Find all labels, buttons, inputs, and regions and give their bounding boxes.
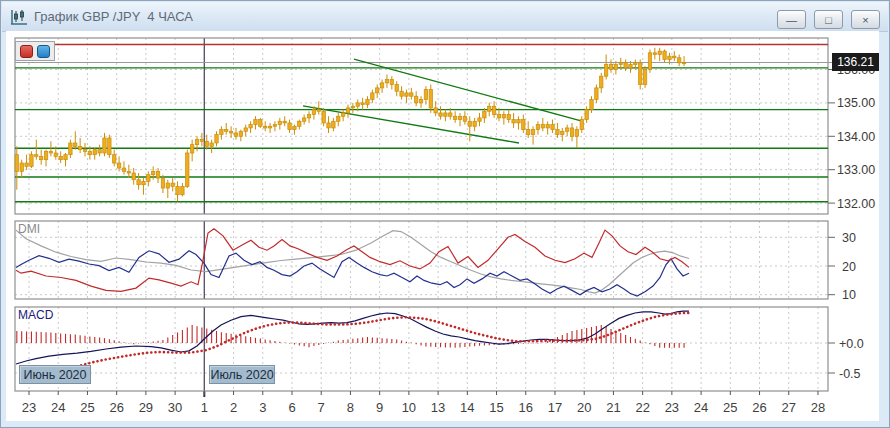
x-axis-day-label: 2 [230,400,237,415]
window-controls: — □ × [777,10,880,29]
color-buttons-toolbar [15,41,55,61]
x-axis-day-label: 21 [606,400,620,415]
x-axis: 2324252629301236789101314151617202122232… [22,391,825,415]
price-axis-label: 132.00 [837,197,875,211]
x-axis-day-label: 27 [782,400,796,415]
x-axis-day-label: 25 [723,400,737,415]
x-axis-day-label: 13 [431,400,445,415]
x-axis-day-label: 23 [665,400,679,415]
close-button[interactable]: × [851,10,880,29]
chart-client-area: 136.00135.00134.00133.00132.00302010+0.0… [6,31,879,421]
restore-button[interactable]: □ [814,10,843,29]
current-price-tag: 136.21 [832,53,879,71]
chart-window: График GBP /JPY 4 ЧАСА — □ × 136.00135.0… [0,0,890,428]
month-label-july: Июль 2020 [209,365,275,384]
candlestick-chart-icon [10,9,28,25]
x-axis-day-label: 1 [201,400,208,415]
dmi-axis-label: 30 [842,231,856,245]
minimize-button[interactable]: — [777,10,806,29]
right-axis: 136.00135.00134.00133.00132.00302010+0.0… [828,63,875,381]
dmi-axis-label: 10 [842,288,856,302]
x-axis-day-label: 23 [22,400,36,415]
x-axis-day-label: 14 [460,400,474,415]
price-axis-label: 133.00 [837,163,875,177]
x-axis-day-label: 24 [51,400,65,415]
x-axis-day-label: 15 [489,400,503,415]
price-levels-layer [15,44,833,201]
x-axis-day-label: 17 [548,400,562,415]
price-axis-label: 134.00 [837,130,875,144]
x-axis-day-label: 9 [376,400,383,415]
panel-border [15,307,828,391]
x-axis-day-label: 29 [139,400,153,415]
x-axis-day-label: 7 [318,400,325,415]
x-axis-day-label: 20 [577,400,591,415]
title-bar[interactable]: График GBP /JPY 4 ЧАСА — □ × [2,2,888,32]
macd-axis-label: -0.5 [839,367,861,381]
macd-panel-label: MACD [18,308,53,322]
window-title: График GBP /JPY 4 ЧАСА [34,9,193,24]
x-axis-day-label: 8 [347,400,354,415]
x-axis-day-label: 22 [635,400,649,415]
x-axis-day-label: 3 [259,400,266,415]
chart-canvas[interactable]: 136.00135.00134.00133.00132.00302010+0.0… [6,31,879,421]
x-axis-day-label: 10 [402,400,416,415]
blue-swatch-button[interactable] [37,45,50,58]
x-axis-day-label: 30 [168,400,182,415]
x-axis-day-label: 6 [288,400,295,415]
x-axis-day-label: 24 [694,400,708,415]
red-swatch-button[interactable] [20,45,33,58]
dmi-axis-label: 20 [842,260,856,274]
month-label-june: Июнь 2020 [19,365,91,384]
x-axis-day-label: 16 [519,400,533,415]
x-axis-day-label: 25 [80,400,94,415]
x-axis-day-label: 26 [752,400,766,415]
price-axis-label: 135.00 [837,96,875,110]
macd-axis-label: +0.0 [839,337,864,351]
x-axis-day-label: 26 [109,400,123,415]
x-axis-day-label: 28 [811,400,825,415]
dmi-panel-label: DMI [18,222,40,236]
